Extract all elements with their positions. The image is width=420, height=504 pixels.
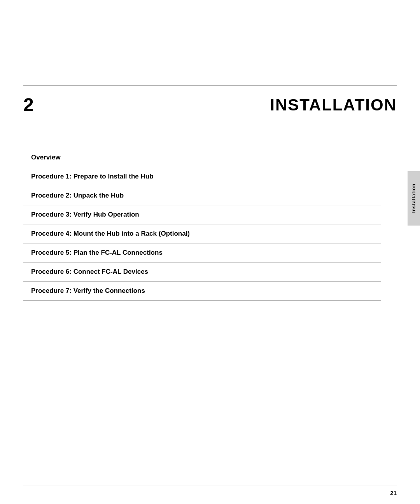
sidebar-tab: Installation bbox=[408, 171, 420, 226]
toc-item-procedure6[interactable]: Procedure 6: Connect FC-AL Devices bbox=[23, 262, 381, 282]
toc-item-label: Procedure 3: Verify Hub Operation bbox=[31, 211, 139, 218]
toc-area: Overview Procedure 1: Prepare to Install… bbox=[23, 148, 381, 301]
chapter-header: 2 INSTALLATION bbox=[23, 89, 397, 121]
toc-item-label: Procedure 5: Plan the FC-AL Connections bbox=[31, 249, 163, 256]
toc-item-label: Procedure 1: Prepare to Install the Hub bbox=[31, 173, 154, 180]
page-container: 2 INSTALLATION Installation Overview Pro… bbox=[0, 0, 420, 504]
chapter-number: 2 bbox=[23, 96, 34, 114]
bottom-rule bbox=[23, 485, 397, 486]
page-number: 21 bbox=[390, 490, 397, 496]
chapter-title: INSTALLATION bbox=[270, 96, 397, 114]
toc-item-label: Procedure 4: Mount the Hub into a Rack (… bbox=[31, 230, 190, 237]
toc-item-label: Procedure 6: Connect FC-AL Devices bbox=[31, 268, 148, 275]
toc-item-procedure7[interactable]: Procedure 7: Verify the Connections bbox=[23, 282, 381, 301]
toc-item-procedure1[interactable]: Procedure 1: Prepare to Install the Hub bbox=[23, 167, 381, 186]
toc-item-label: Procedure 2: Unpack the Hub bbox=[31, 192, 124, 199]
top-rule bbox=[23, 85, 397, 86]
toc-item-procedure4[interactable]: Procedure 4: Mount the Hub into a Rack (… bbox=[23, 224, 381, 243]
toc-item-label: Overview bbox=[31, 154, 61, 161]
sidebar-tab-label: Installation bbox=[411, 184, 416, 213]
toc-item-procedure2[interactable]: Procedure 2: Unpack the Hub bbox=[23, 186, 381, 205]
toc-item-procedure5[interactable]: Procedure 5: Plan the FC-AL Connections bbox=[23, 243, 381, 262]
toc-item-overview[interactable]: Overview bbox=[23, 148, 381, 167]
toc-item-label: Procedure 7: Verify the Connections bbox=[31, 287, 145, 294]
toc-item-procedure3[interactable]: Procedure 3: Verify Hub Operation bbox=[23, 205, 381, 224]
